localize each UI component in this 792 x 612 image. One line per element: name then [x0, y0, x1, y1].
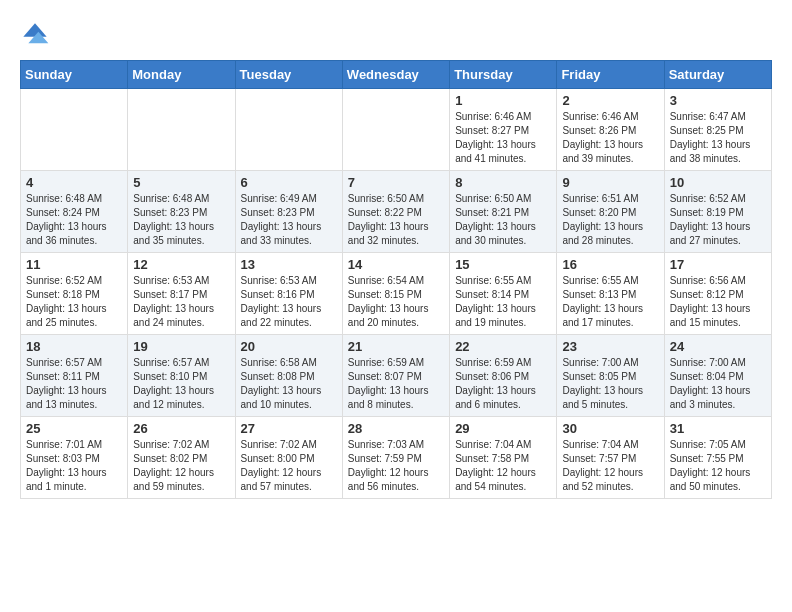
day-number: 27	[241, 421, 337, 436]
sunrise-text: Sunrise: 6:52 AM	[26, 274, 122, 288]
day-cell: 29Sunrise: 7:04 AMSunset: 7:58 PMDayligh…	[450, 417, 557, 499]
sunset-text: Sunset: 8:06 PM	[455, 370, 551, 384]
day-cell: 21Sunrise: 6:59 AMSunset: 8:07 PMDayligh…	[342, 335, 449, 417]
sunrise-text: Sunrise: 7:04 AM	[455, 438, 551, 452]
daylight-text: Daylight: 13 hours and 41 minutes.	[455, 138, 551, 166]
day-cell: 10Sunrise: 6:52 AMSunset: 8:19 PMDayligh…	[664, 171, 771, 253]
day-details: Sunrise: 6:56 AMSunset: 8:12 PMDaylight:…	[670, 274, 766, 330]
sunset-text: Sunset: 8:00 PM	[241, 452, 337, 466]
sunrise-text: Sunrise: 6:48 AM	[26, 192, 122, 206]
day-details: Sunrise: 6:53 AMSunset: 8:17 PMDaylight:…	[133, 274, 229, 330]
daylight-text: Daylight: 13 hours and 20 minutes.	[348, 302, 444, 330]
daylight-text: Daylight: 13 hours and 6 minutes.	[455, 384, 551, 412]
sunset-text: Sunset: 8:14 PM	[455, 288, 551, 302]
sunrise-text: Sunrise: 6:55 AM	[562, 274, 658, 288]
sunrise-text: Sunrise: 6:53 AM	[133, 274, 229, 288]
weekday-header-saturday: Saturday	[664, 61, 771, 89]
daylight-text: Daylight: 13 hours and 17 minutes.	[562, 302, 658, 330]
sunset-text: Sunset: 8:20 PM	[562, 206, 658, 220]
day-details: Sunrise: 6:59 AMSunset: 8:07 PMDaylight:…	[348, 356, 444, 412]
sunset-text: Sunset: 8:13 PM	[562, 288, 658, 302]
sunrise-text: Sunrise: 6:47 AM	[670, 110, 766, 124]
daylight-text: Daylight: 13 hours and 24 minutes.	[133, 302, 229, 330]
day-cell: 31Sunrise: 7:05 AMSunset: 7:55 PMDayligh…	[664, 417, 771, 499]
daylight-text: Daylight: 12 hours and 52 minutes.	[562, 466, 658, 494]
day-number: 12	[133, 257, 229, 272]
day-details: Sunrise: 7:02 AMSunset: 8:02 PMDaylight:…	[133, 438, 229, 494]
logo-icon	[20, 20, 50, 50]
day-cell: 7Sunrise: 6:50 AMSunset: 8:22 PMDaylight…	[342, 171, 449, 253]
day-number: 20	[241, 339, 337, 354]
day-number: 13	[241, 257, 337, 272]
day-cell: 12Sunrise: 6:53 AMSunset: 8:17 PMDayligh…	[128, 253, 235, 335]
sunrise-text: Sunrise: 6:54 AM	[348, 274, 444, 288]
sunrise-text: Sunrise: 6:46 AM	[455, 110, 551, 124]
day-cell: 27Sunrise: 7:02 AMSunset: 8:00 PMDayligh…	[235, 417, 342, 499]
day-cell: 2Sunrise: 6:46 AMSunset: 8:26 PMDaylight…	[557, 89, 664, 171]
sunrise-text: Sunrise: 6:52 AM	[670, 192, 766, 206]
day-details: Sunrise: 6:53 AMSunset: 8:16 PMDaylight:…	[241, 274, 337, 330]
weekday-header-sunday: Sunday	[21, 61, 128, 89]
day-details: Sunrise: 6:57 AMSunset: 8:11 PMDaylight:…	[26, 356, 122, 412]
daylight-text: Daylight: 12 hours and 54 minutes.	[455, 466, 551, 494]
day-details: Sunrise: 6:50 AMSunset: 8:21 PMDaylight:…	[455, 192, 551, 248]
sunset-text: Sunset: 8:11 PM	[26, 370, 122, 384]
sunrise-text: Sunrise: 6:46 AM	[562, 110, 658, 124]
day-details: Sunrise: 6:48 AMSunset: 8:24 PMDaylight:…	[26, 192, 122, 248]
day-details: Sunrise: 6:55 AMSunset: 8:13 PMDaylight:…	[562, 274, 658, 330]
sunrise-text: Sunrise: 7:00 AM	[670, 356, 766, 370]
sunrise-text: Sunrise: 6:57 AM	[26, 356, 122, 370]
day-number: 14	[348, 257, 444, 272]
day-number: 2	[562, 93, 658, 108]
sunset-text: Sunset: 8:17 PM	[133, 288, 229, 302]
day-number: 19	[133, 339, 229, 354]
daylight-text: Daylight: 13 hours and 38 minutes.	[670, 138, 766, 166]
day-details: Sunrise: 7:02 AMSunset: 8:00 PMDaylight:…	[241, 438, 337, 494]
daylight-text: Daylight: 13 hours and 3 minutes.	[670, 384, 766, 412]
daylight-text: Daylight: 12 hours and 50 minutes.	[670, 466, 766, 494]
day-number: 17	[670, 257, 766, 272]
weekday-header-monday: Monday	[128, 61, 235, 89]
week-row-1: 1Sunrise: 6:46 AMSunset: 8:27 PMDaylight…	[21, 89, 772, 171]
day-number: 7	[348, 175, 444, 190]
day-details: Sunrise: 6:49 AMSunset: 8:23 PMDaylight:…	[241, 192, 337, 248]
day-number: 4	[26, 175, 122, 190]
sunrise-text: Sunrise: 6:49 AM	[241, 192, 337, 206]
sunset-text: Sunset: 8:19 PM	[670, 206, 766, 220]
daylight-text: Daylight: 13 hours and 5 minutes.	[562, 384, 658, 412]
day-cell: 25Sunrise: 7:01 AMSunset: 8:03 PMDayligh…	[21, 417, 128, 499]
daylight-text: Daylight: 13 hours and 1 minute.	[26, 466, 122, 494]
sunset-text: Sunset: 8:12 PM	[670, 288, 766, 302]
daylight-text: Daylight: 13 hours and 22 minutes.	[241, 302, 337, 330]
week-row-3: 11Sunrise: 6:52 AMSunset: 8:18 PMDayligh…	[21, 253, 772, 335]
week-row-4: 18Sunrise: 6:57 AMSunset: 8:11 PMDayligh…	[21, 335, 772, 417]
daylight-text: Daylight: 13 hours and 36 minutes.	[26, 220, 122, 248]
sunset-text: Sunset: 8:21 PM	[455, 206, 551, 220]
day-number: 1	[455, 93, 551, 108]
weekday-header-row: SundayMondayTuesdayWednesdayThursdayFrid…	[21, 61, 772, 89]
day-cell	[21, 89, 128, 171]
day-cell: 4Sunrise: 6:48 AMSunset: 8:24 PMDaylight…	[21, 171, 128, 253]
logo	[20, 20, 54, 50]
day-cell: 3Sunrise: 6:47 AMSunset: 8:25 PMDaylight…	[664, 89, 771, 171]
day-cell	[342, 89, 449, 171]
sunrise-text: Sunrise: 6:58 AM	[241, 356, 337, 370]
sunset-text: Sunset: 8:05 PM	[562, 370, 658, 384]
day-details: Sunrise: 7:05 AMSunset: 7:55 PMDaylight:…	[670, 438, 766, 494]
daylight-text: Daylight: 13 hours and 13 minutes.	[26, 384, 122, 412]
calendar-table: SundayMondayTuesdayWednesdayThursdayFrid…	[20, 60, 772, 499]
day-number: 28	[348, 421, 444, 436]
sunrise-text: Sunrise: 6:50 AM	[348, 192, 444, 206]
sunrise-text: Sunrise: 6:59 AM	[348, 356, 444, 370]
day-number: 29	[455, 421, 551, 436]
sunset-text: Sunset: 8:23 PM	[133, 206, 229, 220]
day-details: Sunrise: 6:52 AMSunset: 8:18 PMDaylight:…	[26, 274, 122, 330]
day-details: Sunrise: 6:52 AMSunset: 8:19 PMDaylight:…	[670, 192, 766, 248]
day-details: Sunrise: 6:51 AMSunset: 8:20 PMDaylight:…	[562, 192, 658, 248]
day-details: Sunrise: 6:47 AMSunset: 8:25 PMDaylight:…	[670, 110, 766, 166]
day-details: Sunrise: 6:48 AMSunset: 8:23 PMDaylight:…	[133, 192, 229, 248]
daylight-text: Daylight: 13 hours and 33 minutes.	[241, 220, 337, 248]
daylight-text: Daylight: 12 hours and 57 minutes.	[241, 466, 337, 494]
sunset-text: Sunset: 8:24 PM	[26, 206, 122, 220]
day-cell: 20Sunrise: 6:58 AMSunset: 8:08 PMDayligh…	[235, 335, 342, 417]
